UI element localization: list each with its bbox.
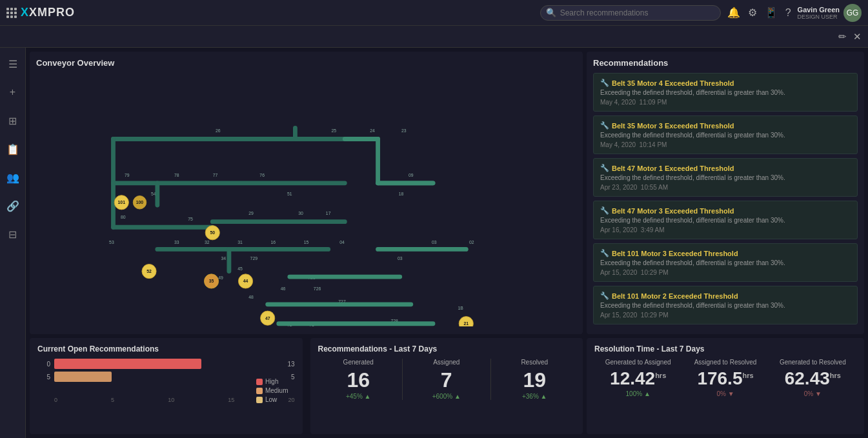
rec-item-2[interactable]: 🔧 Belt 35 Motor 3 Exceeded Threshold Exc… (593, 115, 858, 154)
settings-icon[interactable]: ⚙ (748, 6, 757, 19)
legend-label-high: High (265, 378, 279, 385)
topbar-icons: 🔔 ⚙ 📱 ? (727, 6, 791, 19)
close-icon[interactable]: ✕ (853, 31, 862, 43)
res-label-1: Assigned to Resolved (681, 359, 769, 366)
svg-text:44: 44 (243, 279, 248, 283)
sidebar-item-grid[interactable]: ⊞ (3, 111, 23, 130)
edit-icon[interactable]: ✏ (838, 31, 847, 43)
svg-text:100: 100 (136, 200, 144, 204)
bar-value-medium: 5 (291, 373, 295, 381)
rec-desc-5: Exceeding the defined threshold, differe… (600, 259, 851, 266)
bar-chart-area: 0 13 5 5 (37, 359, 295, 403)
svg-text:31: 31 (237, 240, 243, 244)
wrench-icon-6: 🔧 (600, 292, 609, 300)
svg-text:17: 17 (326, 211, 331, 215)
svg-text:51: 51 (287, 192, 292, 196)
x-label-15: 15 (228, 397, 234, 403)
res-value-0: 12.42hrs (594, 370, 681, 388)
rec-title-3: 🔧 Belt 47 Motor 1 Exceeded Threshold (600, 164, 851, 172)
resolved-change: +36% ▲ (494, 393, 576, 400)
user-role: DESIGN USER (798, 14, 840, 20)
rec-desc-2: Exceeding the defined threshold, differe… (600, 132, 851, 139)
svg-text:726: 726 (314, 286, 321, 291)
res-change-2: 0% ▼ (769, 390, 856, 397)
res-label-0: Generated to Assigned (594, 359, 681, 366)
stat-generated: Generated 16 +45% ▲ (318, 359, 399, 400)
svg-text:16: 16 (270, 240, 276, 244)
assigned-label: Assigned (406, 359, 487, 366)
rec-date-2: May 4, 2020 10:14 PM (600, 141, 851, 148)
rec-title-4: 🔧 Belt 47 Motor 3 Exceeded Threshold (600, 206, 851, 215)
rec-item-6[interactable]: 🔧 Belt 101 Motor 2 Exceeded Threshold Ex… (593, 286, 858, 324)
bar-row-high: 0 13 (37, 359, 295, 369)
res-col-2: Generated to Resolved 62.43hrs 0% ▼ (769, 359, 856, 397)
x-label-0: 0 (54, 397, 57, 403)
svg-text:1B: 1B (458, 306, 464, 310)
svg-text:02: 02 (469, 240, 474, 244)
logo-grid-icon (6, 8, 17, 18)
generated-value: 16 (318, 370, 399, 390)
rec-desc-3: Exceeding the defined threshold, differe… (600, 174, 851, 181)
x-label-10: 10 (168, 397, 174, 403)
mobile-icon[interactable]: 📱 (765, 6, 778, 19)
wrench-icon-4: 🔧 (600, 206, 609, 215)
stat-divider-1 (402, 359, 403, 400)
stat-assigned: Assigned 7 +600% ▲ (406, 359, 487, 400)
rec-item-5[interactable]: 🔧 Belt 101 Motor 3 Exceeded Threshold Ex… (593, 243, 858, 282)
svg-text:26: 26 (216, 128, 221, 133)
svg-text:101: 101 (118, 200, 126, 204)
svg-text:09: 09 (409, 173, 414, 177)
svg-text:49: 49 (218, 275, 223, 280)
search-icon: 🔍 (546, 8, 556, 17)
legend-high: High (256, 378, 288, 385)
generated-label: Generated (318, 359, 399, 366)
logo: XXMPRO (6, 6, 75, 19)
logo-text: XXMPRO (21, 6, 75, 19)
avatar[interactable]: GG (843, 4, 862, 22)
svg-text:32: 32 (205, 240, 210, 244)
recs-stats: Generated 16 +45% ▲ Assigned 7 +600% ▲ (318, 359, 576, 400)
sidebar-item-add[interactable]: + (3, 83, 23, 102)
user-info: Gavin Green DESIGN USER GG (798, 4, 862, 22)
rec-item-1[interactable]: 🔧 Belt 35 Motor 4 Exceeded Threshold Exc… (593, 73, 858, 112)
svg-text:30: 30 (298, 211, 303, 215)
bar-value-high: 13 (287, 361, 294, 368)
sidebar-item-link[interactable]: 🔗 (3, 196, 23, 215)
rec-item-4[interactable]: 🔧 Belt 47 Motor 3 Exceeded Threshold Exc… (593, 201, 858, 239)
search-input[interactable] (540, 5, 721, 21)
svg-text:77: 77 (213, 173, 218, 177)
rec-item-3[interactable]: 🔧 Belt 47 Motor 1 Exceeded Threshold Exc… (593, 158, 858, 197)
svg-text:45: 45 (237, 266, 243, 271)
svg-text:15: 15 (304, 240, 309, 244)
svg-text:21: 21 (463, 321, 469, 326)
resolved-label: Resolved (494, 359, 576, 366)
legend-dot-medium (256, 388, 263, 394)
svg-text:23: 23 (401, 128, 407, 133)
svg-text:53: 53 (109, 240, 114, 244)
assigned-value: 7 (406, 370, 487, 390)
x-label-5: 5 (111, 397, 114, 403)
sidebar-item-reports[interactable]: 📋 (3, 139, 23, 159)
bar-fill-medium (54, 372, 112, 382)
wrench-icon-1: 🔧 (600, 79, 609, 87)
res-change-0: 100% ▲ (594, 390, 681, 397)
main-content: Conveyor Overview 26 25 24 23 09 (26, 48, 868, 438)
svg-text:03: 03 (398, 256, 403, 261)
legend-medium: Medium (256, 387, 288, 394)
notification-icon[interactable]: 🔔 (727, 6, 740, 19)
search-box[interactable]: 🔍 (540, 5, 721, 21)
svg-text:33: 33 (174, 240, 179, 244)
sidebar-item-table[interactable]: ⊟ (3, 224, 23, 244)
svg-text:48: 48 (248, 295, 254, 299)
sidebar-item-people[interactable]: 👥 (3, 168, 23, 187)
resolution-panel: Resolution Time - Last 7 Days Generated … (587, 338, 864, 434)
sidebar-item-menu[interactable]: ☰ (3, 54, 23, 74)
toolbar2: ✏ ✕ (0, 26, 868, 48)
legend-label-medium: Medium (265, 387, 288, 394)
rec-desc-1: Exceeding the defined threshold, differe… (600, 89, 851, 96)
svg-text:18: 18 (399, 192, 404, 196)
help-icon[interactable]: ? (785, 7, 791, 19)
res-change-1: 0% ▼ (681, 390, 769, 397)
recommendations-panel: Recommendations 🔧 Belt 35 Motor 4 Exceed… (587, 52, 864, 334)
rec-last7-panel: Recommendations - Last 7 Days Generated … (310, 338, 583, 434)
